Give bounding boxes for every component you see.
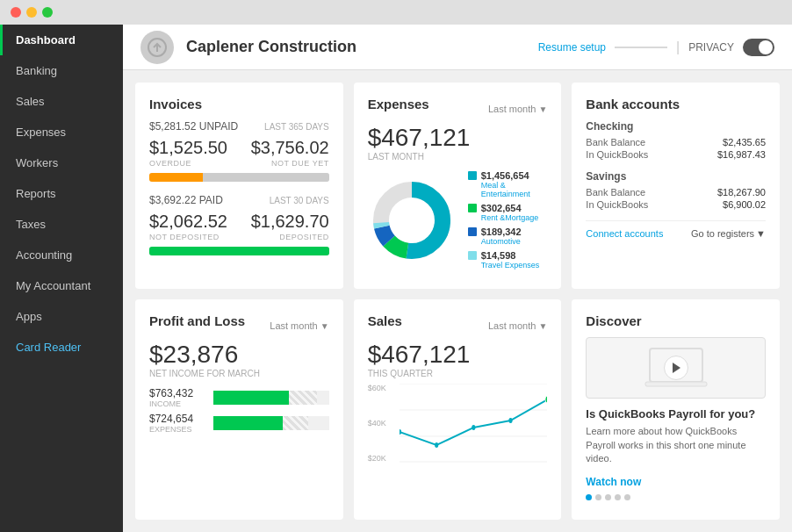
deposited-amount: $1,629.70 [251,212,329,232]
not-due-label: NOT DUE YET [251,159,329,168]
overdue-progress [149,173,329,182]
pnl-title: Profit and Loss [149,313,245,328]
checking-section: Checking Bank Balance $2,435.65 In Quick… [586,120,766,160]
pnl-amount: $23,876 [149,341,329,369]
svg-rect-17 [645,382,707,386]
dot-indicators [586,494,766,500]
income-bar-green [213,391,289,405]
sidebar-item-my-accountant[interactable]: My Accountant [0,270,123,301]
company-name: Caplener Construction [186,38,538,56]
pnl-period[interactable]: Last month ▼ [270,320,328,331]
sidebar-item-reports[interactable]: Reports [0,178,123,209]
traffic-light-minimize[interactable] [26,7,37,18]
connect-accounts-link[interactable]: Connect accounts [586,228,663,239]
checking-qb-balance-row: In QuickBooks $16,987.43 [586,149,766,160]
window-chrome [0,0,792,25]
savings-qb-balance-row: In QuickBooks $6,900.02 [586,199,766,210]
progress-green [149,247,248,255]
sidebar-item-banking[interactable]: Banking [0,55,123,86]
sidebar-item-workers[interactable]: Workers [0,147,123,178]
unpaid-amount: $5,281.52 UNPAID [149,120,238,133]
legend-item-2: $302,654 Rent &Mortgage [468,203,548,222]
invoices-title: Invoices [149,97,329,111]
expenses-card: Expenses Last month ▼ $467,121 LAST MONT… [354,83,562,289]
expenses-period[interactable]: Last month ▼ [488,104,547,114]
play-button[interactable] [664,356,688,380]
sidebar-item-card-reader[interactable]: Card Reader [0,332,123,363]
pnl-card: Profit and Loss Last month ▼ $23,876 NET… [135,299,343,520]
bank-accounts-card: Bank accounts Checking Bank Balance $2,4… [572,83,780,289]
dashboard-content: Invoices $5,281.52 UNPAID LAST 365 DAYS … [123,70,792,532]
expenses-month-label: LAST MONTH [368,152,548,162]
dot-2[interactable] [595,494,601,500]
expenses-title: Expenses [368,97,429,111]
legend-item-4: $14,598 Travel Expenses [468,250,548,270]
resume-setup-link[interactable]: Resume setup [538,41,606,54]
privacy-label: PRIVACY [688,41,734,54]
legend-dot-2 [468,204,477,212]
sales-dropdown-arrow[interactable]: ▼ [538,321,547,331]
dot-1[interactable] [586,494,592,500]
expenses-bar-stripe [283,416,308,430]
expenses-track [213,416,329,430]
svg-point-14 [508,418,512,423]
sales-title: Sales [368,313,402,328]
checking-bank-balance-row: Bank Balance $2,435.65 [586,137,766,147]
income-amount: $763,432 [149,387,206,399]
sidebar-item-sales[interactable]: Sales [0,86,123,117]
company-logo [140,31,174,64]
svg-point-11 [400,429,401,435]
income-bar-stripe [289,391,318,405]
sales-amount: $467,121 [368,341,548,369]
sidebar-item-taxes[interactable]: Taxes [0,209,123,240]
not-deposited-amount: $2,062.52 [149,212,227,232]
legend-dot-1 [468,171,477,180]
dot-3[interactable] [605,494,611,500]
days-label: LAST 365 DAYS [264,122,329,132]
traffic-light-close[interactable] [11,7,21,18]
pnl-header: Profit and Loss Last month ▼ [149,313,329,337]
overdue-label: OVERDUE [149,159,227,168]
income-label: INCOME [149,399,206,408]
video-thumbnail[interactable] [586,337,766,399]
income-track [213,391,329,405]
expenses-legend: $1,456,654 Meal & Entertainment $302,654… [468,170,548,270]
not-due-amount: $3,756.02 [251,138,329,158]
sales-period[interactable]: Last month ▼ [488,320,547,331]
sales-card: Sales Last month ▼ $467,121 THIS QUARTER… [354,299,562,520]
expenses-dropdown-arrow[interactable]: ▼ [538,104,547,114]
app-container: Dashboard Banking Sales Expenses Workers… [0,25,792,532]
sidebar-item-accounting[interactable]: Accounting [0,240,123,270]
dot-4[interactable] [615,494,621,500]
chart-svg-area [400,384,548,463]
expenses-bar-label: EXPENSES [149,425,206,434]
sidebar-item-apps[interactable]: Apps [0,301,123,332]
progress-gray [203,173,328,182]
not-deposited-label: NOT DEPOSITED [149,233,227,241]
sidebar-item-expenses[interactable]: Expenses [0,117,123,147]
sales-subtitle: THIS QUARTER [368,369,548,378]
chart-y-labels: $60K $40K $20K [368,384,396,463]
pnl-subtitle: NET INCOME FOR MARCH [149,369,329,378]
paid-amount: $3,692.22 PAID [149,194,223,206]
dot-5[interactable] [624,494,630,500]
income-bar-row: $763,432 INCOME [149,387,329,408]
sales-header: Sales Last month ▼ [368,313,548,337]
watch-now-link[interactable]: Watch now [586,476,641,488]
deposited-label: DEPOSITED [251,233,329,241]
sidebar-item-dashboard[interactable]: Dashboard [0,25,123,55]
svg-point-15 [545,396,548,403]
checking-title: Checking [586,120,766,133]
privacy-toggle[interactable] [743,39,774,56]
savings-section: Savings Bank Balance $18,267.90 In Quick… [586,170,766,210]
legend-dot-3 [468,227,477,236]
progress-green2 [248,247,329,255]
deposited-progress [149,247,329,255]
traffic-light-fullscreen[interactable] [42,7,53,18]
header-divider: | [676,40,680,55]
pnl-dropdown-arrow[interactable]: ▼ [320,321,329,331]
app-header: Caplener Construction Resume setup | PRI… [123,25,792,70]
sidebar: Dashboard Banking Sales Expenses Workers… [0,25,123,532]
sales-chart: $60K $40K $20K [368,384,548,463]
go-to-registers-link[interactable]: Go to registers ▼ [691,228,766,239]
